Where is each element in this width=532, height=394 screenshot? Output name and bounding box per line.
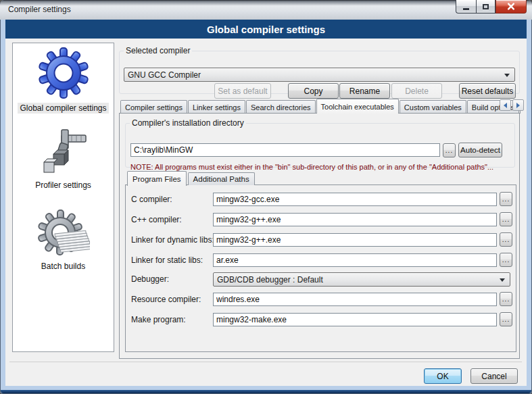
rename-button[interactable]: Rename — [339, 83, 390, 99]
debugger-combobox[interactable]: GDB/CDB debugger : Default — [213, 272, 510, 287]
static-linker-label: Linker for static libs: — [131, 253, 203, 268]
static-linker-input[interactable] — [213, 253, 497, 267]
delete-button: Delete — [391, 83, 442, 99]
selected-compiler-group-label: Selected compiler — [124, 46, 192, 55]
tab-scroll-right-button[interactable] — [512, 99, 524, 111]
dialog-header: Global compiler settings — [5, 20, 527, 39]
sidebar-item-global-compiler-settings[interactable]: Global compiler settings — [13, 46, 114, 114]
settings-tabs: Compiler settings Linker settings Search… — [119, 98, 521, 114]
auto-detect-button[interactable]: Auto-detect — [458, 143, 502, 157]
maximize-button[interactable] — [476, 0, 495, 14]
dynamic-linker-label: Linker for dynamic libs: — [131, 232, 214, 247]
tab-additional-paths[interactable]: Additional Paths — [188, 172, 255, 185]
dynamic-linker-browse-button[interactable]: ... — [500, 232, 512, 247]
arrow-right-icon — [516, 103, 520, 108]
chevron-down-icon — [500, 278, 505, 282]
category-sidebar: Global compiler settings — [12, 43, 114, 352]
compiler-settings-window: Compiler settings Global compiler settin… — [0, 0, 532, 394]
close-icon — [507, 3, 515, 10]
resource-compiler-browse-button[interactable]: ... — [500, 292, 512, 306]
sidebar-item-label: Profiler settings — [33, 180, 93, 191]
sidebar-item-label: Global compiler settings — [18, 103, 108, 114]
gray-gear-icon — [37, 208, 90, 258]
cpp-compiler-label: C++ compiler: — [131, 212, 182, 227]
selected-compiler-value: GNU GCC Compiler — [128, 70, 201, 80]
installation-directory-input[interactable] — [130, 143, 440, 157]
minimize-icon — [463, 8, 469, 10]
reset-defaults-button[interactable]: Reset defaults — [459, 83, 516, 99]
window-title: Compiler settings — [8, 5, 71, 14]
c-compiler-label: C compiler: — [131, 192, 172, 207]
cpp-compiler-browse-button[interactable]: ... — [500, 212, 512, 226]
field-row-static-linker: Linker for static libs: ... — [126, 253, 516, 268]
arrow-left-icon — [504, 103, 507, 108]
c-compiler-input[interactable] — [213, 193, 497, 206]
selected-compiler-group: Selected compiler GNU GCC Compiler Set a… — [119, 46, 520, 94]
resource-compiler-label: Resource compiler: — [131, 292, 201, 307]
resource-compiler-input[interactable] — [213, 293, 497, 306]
installation-directory-browse-button[interactable]: ... — [443, 143, 456, 157]
minimize-button[interactable] — [456, 0, 476, 14]
program-files-panel: C compiler: ... C++ compiler: ... Linker… — [125, 184, 516, 352]
ok-button[interactable]: OK — [424, 368, 462, 384]
sidebar-item-profiler-settings[interactable]: Profiler settings — [13, 127, 114, 191]
window-bottom-edge — [1, 390, 531, 393]
make-program-input[interactable] — [213, 313, 497, 326]
blue-gear-icon — [37, 46, 90, 100]
cancel-button[interactable]: Cancel — [470, 368, 518, 384]
caliper-icon — [37, 127, 90, 177]
tab-compiler-settings[interactable]: Compiler settings — [120, 100, 187, 114]
sidebar-item-batch-builds[interactable]: Batch builds — [13, 208, 114, 272]
maximize-icon — [483, 4, 489, 9]
make-program-browse-button[interactable]: ... — [500, 312, 512, 326]
footer-divider — [9, 362, 522, 362]
close-button[interactable] — [495, 0, 527, 14]
tab-toolchain-executables[interactable]: Toolchain executables — [316, 99, 399, 114]
program-paths-tabs: Program Files Additional Paths — [127, 170, 256, 185]
tab-custom-variables[interactable]: Custom variables — [400, 100, 466, 114]
field-row-dynamic-linker: Linker for dynamic libs: ... — [126, 232, 516, 247]
toolchain-executables-page: Compiler's installation directory ... Au… — [119, 113, 520, 359]
tab-scroll-buttons — [498, 99, 524, 111]
dialog-body: Global compiler settings — [5, 39, 527, 386]
debugger-value: GDB/CDB debugger : Default — [217, 275, 323, 285]
selected-compiler-combobox[interactable]: GNU GCC Compiler — [124, 68, 515, 82]
sidebar-item-label: Batch builds — [39, 261, 87, 272]
set-as-default-button: Set as default — [214, 83, 271, 99]
installation-directory-label: Compiler's installation directory — [130, 118, 246, 128]
field-row-c-compiler: C compiler: ... — [126, 192, 516, 207]
tab-linker-settings[interactable]: Linker settings — [188, 100, 245, 114]
window-controls — [456, 0, 527, 14]
field-row-resource-compiler: Resource compiler: ... — [126, 292, 516, 307]
c-compiler-browse-button[interactable]: ... — [500, 192, 512, 206]
static-linker-browse-button[interactable]: ... — [500, 253, 512, 267]
tab-scroll-left-button[interactable] — [500, 99, 511, 111]
installation-directory-group: Compiler's installation directory ... Au… — [125, 118, 515, 168]
field-row-make-program: Make program: ... — [126, 312, 516, 327]
dynamic-linker-input[interactable] — [213, 233, 497, 247]
field-row-cpp-compiler: C++ compiler: ... — [126, 212, 516, 227]
tab-search-directories[interactable]: Search directories — [246, 100, 316, 114]
chevron-down-icon — [504, 74, 510, 77]
titlebar[interactable]: Compiler settings — [0, 0, 532, 20]
copy-button[interactable]: Copy — [288, 83, 339, 99]
debugger-label: Debugger: — [131, 272, 169, 287]
tab-program-files[interactable]: Program Files — [127, 171, 187, 186]
page-title: Global compiler settings — [207, 24, 325, 35]
field-row-debugger: Debugger: GDB/CDB debugger : Default — [126, 272, 516, 287]
make-program-label: Make program: — [131, 312, 186, 327]
cpp-compiler-input[interactable] — [213, 213, 497, 226]
